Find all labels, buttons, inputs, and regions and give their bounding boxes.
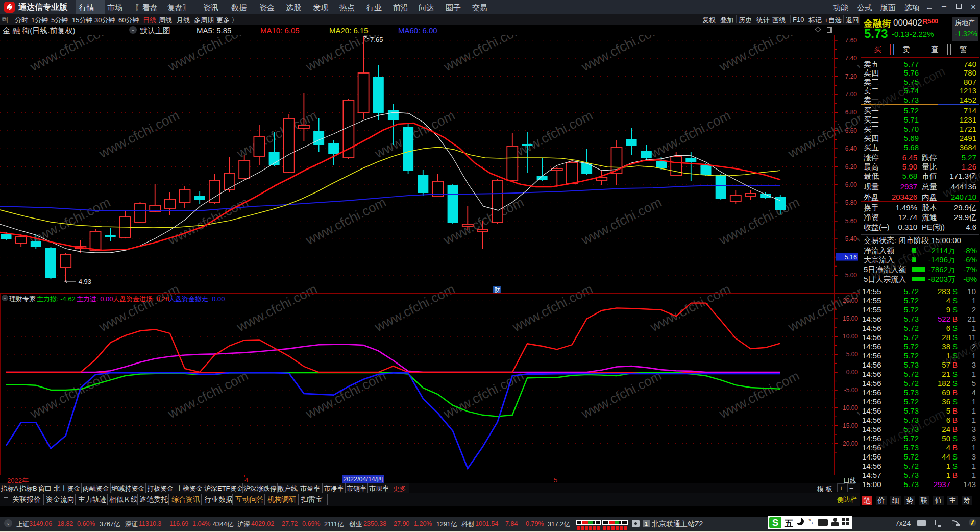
- svg-text:5.80: 5.80: [845, 199, 857, 206]
- svg-text:7.40: 7.40: [845, 55, 857, 62]
- svg-text:0.00: 0.00: [846, 369, 859, 376]
- svg-text:www.cfchi.com: www.cfchi.com: [165, 35, 251, 75]
- svg-text:www.cfchi.com: www.cfchi.com: [372, 108, 457, 161]
- svg-text:7.60: 7.60: [845, 37, 857, 44]
- svg-text:5.00: 5.00: [846, 351, 859, 358]
- svg-text:-10.00: -10.00: [841, 404, 858, 412]
- svg-text:7.00: 7.00: [845, 91, 857, 98]
- svg-text:www.cfchi.com: www.cfchi.com: [27, 368, 113, 422]
- svg-text:7.20: 7.20: [845, 73, 857, 80]
- svg-text:www.cfchi.com: www.cfchi.com: [647, 108, 733, 161]
- svg-text:www.cfchi.com: www.cfchi.com: [509, 108, 595, 161]
- svg-text:5.40: 5.40: [845, 235, 857, 243]
- svg-text:5.16: 5.16: [845, 254, 857, 261]
- svg-text:15.00: 15.00: [843, 315, 858, 322]
- svg-text:5.60: 5.60: [845, 217, 857, 225]
- svg-text:6.40: 6.40: [845, 145, 857, 152]
- svg-text:-15.00: -15.00: [841, 422, 858, 429]
- svg-text:www.cfchi.com: www.cfchi.com: [647, 281, 733, 293]
- svg-text:www.cfchi.com: www.cfchi.com: [96, 108, 182, 161]
- svg-text:6.20: 6.20: [845, 163, 857, 171]
- svg-text:www.cfchi.com: www.cfchi.com: [96, 281, 182, 293]
- svg-text:www.cfchi.com: www.cfchi.com: [509, 294, 595, 335]
- svg-text:20.00: 20.00: [843, 297, 858, 304]
- svg-text:www.cfchi.com: www.cfchi.com: [647, 294, 733, 335]
- svg-text:www.cfchi.com: www.cfchi.com: [509, 281, 595, 293]
- svg-text:www.cfchi.com: www.cfchi.com: [440, 35, 526, 75]
- svg-text:www.cfchi.com: www.cfchi.com: [165, 368, 251, 422]
- svg-text:-20.00: -20.00: [841, 440, 858, 447]
- svg-text:-5.00: -5.00: [844, 386, 859, 394]
- svg-text:财: 财: [494, 286, 500, 293]
- svg-text:4.93: 4.93: [79, 278, 91, 285]
- svg-text:www.cfchi.com: www.cfchi.com: [165, 195, 251, 248]
- svg-text:10.00: 10.00: [843, 333, 858, 340]
- svg-text:7.65: 7.65: [370, 36, 383, 43]
- svg-text:www.cfchi.com: www.cfchi.com: [372, 281, 457, 293]
- svg-text:www.cfchi.com: www.cfchi.com: [716, 35, 802, 75]
- svg-text:www.cfchi.com: www.cfchi.com: [234, 281, 320, 293]
- svg-text:www.cfchi.com: www.cfchi.com: [372, 294, 457, 335]
- svg-text:www.cfchi.com: www.cfchi.com: [785, 281, 860, 293]
- svg-text:6.80: 6.80: [845, 109, 857, 116]
- svg-text:www.cfchi.com: www.cfchi.com: [578, 368, 664, 422]
- svg-text:5.00: 5.00: [845, 272, 857, 279]
- svg-text:6.00: 6.00: [845, 181, 857, 188]
- svg-text:www.cfchi.com: www.cfchi.com: [234, 294, 320, 335]
- svg-text:www.cfchi.com: www.cfchi.com: [716, 368, 802, 422]
- svg-text:6.60: 6.60: [845, 127, 857, 134]
- svg-text:www.cfchi.com: www.cfchi.com: [578, 195, 664, 248]
- svg-text:www.cfchi.com: www.cfchi.com: [578, 35, 664, 75]
- svg-text:www.cfchi.com: www.cfchi.com: [27, 35, 113, 75]
